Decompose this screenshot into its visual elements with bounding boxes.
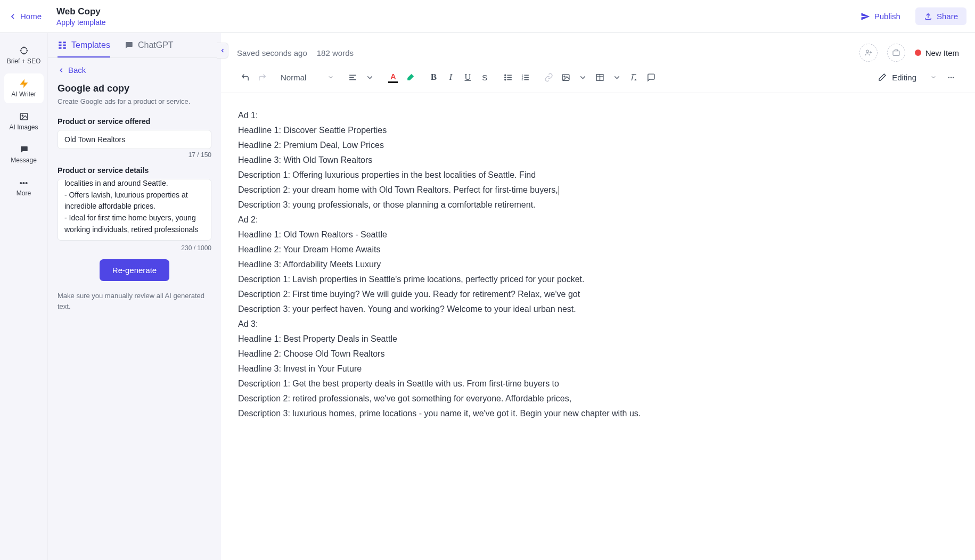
review-note: Make sure you manually review all AI gen…	[58, 291, 211, 311]
doc-line[interactable]: Ad 2:	[238, 212, 958, 227]
regenerate-button[interactable]: Re-generate	[100, 259, 169, 281]
image-insert-button[interactable]	[558, 69, 573, 85]
undo-button[interactable]	[237, 69, 253, 85]
panel-tabs: Templates ChatGPT	[48, 33, 221, 58]
chevron-down-icon	[365, 73, 374, 82]
doc-line[interactable]: Description 3: young professionals, or t…	[238, 197, 958, 212]
rail-label: AI Writer	[11, 90, 36, 98]
product-input[interactable]	[58, 130, 211, 149]
paragraph-style-select[interactable]: Normal	[277, 71, 337, 84]
doc-line[interactable]: Description 1: Lavish properties in Seat…	[238, 272, 958, 287]
status-indicator[interactable]: New Item	[915, 48, 959, 57]
rail-item-ai-writer[interactable]: AI Writer	[4, 73, 44, 103]
numbered-list-button[interactable]: 123	[517, 69, 533, 85]
table-dropdown[interactable]	[609, 69, 625, 85]
align-button[interactable]	[345, 69, 360, 85]
doc-line[interactable]: Ad 3:	[238, 317, 958, 332]
collapse-panel-button[interactable]	[217, 43, 228, 59]
panel-body: Back Google ad copy Create Google ads fo…	[48, 58, 221, 560]
svg-rect-14	[63, 47, 66, 49]
pencil-icon	[878, 73, 887, 81]
field-label-product: Product or service offered	[58, 117, 211, 126]
details-textarea[interactable]	[58, 179, 211, 241]
comment-button[interactable]	[643, 69, 659, 85]
target-icon	[19, 46, 29, 55]
chat-icon	[19, 145, 29, 154]
publish-button[interactable]: Publish	[861, 12, 900, 21]
back-button[interactable]: Back	[58, 65, 211, 75]
more-toolbar-button[interactable]: ···	[943, 69, 959, 85]
table-button[interactable]	[592, 69, 608, 85]
bold-button[interactable]: B	[425, 69, 441, 85]
italic-button[interactable]: I	[443, 69, 458, 85]
left-rail: Brief + SEO AI Writer AI Images Message …	[0, 33, 48, 560]
doc-line[interactable]: Headline 1: Discover Seattle Properties	[238, 123, 958, 138]
strikethrough-button[interactable]: S	[477, 69, 493, 85]
bullet-list-icon	[504, 73, 513, 82]
doc-line[interactable]: Headline 2: Your Dream Home Awaits	[238, 242, 958, 257]
svg-point-1	[21, 47, 27, 54]
text-color-button[interactable]: A	[385, 69, 401, 85]
doc-line[interactable]: Headline 1: Best Property Deals in Seatt…	[238, 332, 958, 347]
header: Home Web Copy Apply template Publish Sha…	[0, 0, 975, 33]
doc-line[interactable]: Description 1: Get the best property dea…	[238, 376, 958, 391]
doc-line[interactable]: Description 2: retired professionals, we…	[238, 391, 958, 406]
share-button[interactable]: Share	[915, 7, 966, 25]
image-dropdown[interactable]	[575, 69, 591, 85]
templates-panel: Templates ChatGPT Back Google ad copy Cr…	[48, 33, 221, 560]
user-plus-icon	[864, 48, 873, 57]
doc-line[interactable]: Description 3: your perfect haven. Young…	[238, 302, 958, 317]
page-title: Web Copy	[56, 6, 106, 17]
doc-line[interactable]: Description 1: Offering luxurious proper…	[238, 168, 958, 183]
doc-line[interactable]: Description 2: your dream home with Old …	[238, 183, 958, 197]
word-count: 182 words	[317, 48, 354, 57]
chevron-down-icon	[930, 74, 937, 80]
highlight-button[interactable]	[402, 69, 418, 85]
rail-item-brief-seo[interactable]: Brief + SEO	[4, 40, 44, 70]
apply-template-link[interactable]: Apply template	[56, 18, 106, 27]
doc-line[interactable]: Description 3: luxurious homes, prime lo…	[238, 406, 958, 421]
doc-line[interactable]: Ad 1:	[238, 108, 958, 123]
document-body[interactable]: Ad 1:Headline 1: Discover Seattle Proper…	[221, 93, 975, 560]
tab-templates[interactable]: Templates	[58, 40, 110, 57]
highlighter-icon	[406, 73, 415, 82]
svg-rect-11	[59, 45, 61, 46]
rail-item-more[interactable]: ••• More	[4, 172, 44, 202]
tab-chatgpt[interactable]: ChatGPT	[124, 40, 174, 57]
svg-rect-13	[59, 47, 61, 49]
share-label: Share	[937, 12, 958, 21]
svg-text:3: 3	[521, 78, 523, 81]
rail-item-ai-images[interactable]: AI Images	[4, 106, 44, 136]
briefcase-icon	[892, 48, 900, 57]
briefcase-button[interactable]	[887, 44, 905, 62]
doc-line[interactable]: Description 2: First time buying? We wil…	[238, 287, 958, 302]
product-counter: 17 / 150	[58, 151, 211, 159]
send-icon	[861, 12, 870, 21]
redo-button[interactable]	[254, 69, 270, 85]
rail-item-message[interactable]: Message	[4, 139, 44, 169]
doc-line[interactable]: Headline 3: Affordability Meets Luxury	[238, 257, 958, 272]
numbered-list-icon: 123	[521, 73, 530, 82]
editing-mode-select[interactable]: Editing	[878, 73, 937, 82]
home-button[interactable]: Home	[9, 12, 42, 21]
clear-format-button[interactable]	[626, 69, 642, 85]
svg-rect-9	[59, 42, 61, 43]
bullet-list-button[interactable]	[500, 69, 516, 85]
link-icon	[544, 73, 553, 82]
redo-icon	[258, 73, 267, 82]
svg-rect-12	[63, 45, 66, 46]
rail-label: More	[17, 190, 31, 197]
align-dropdown[interactable]	[362, 69, 378, 85]
underline-button[interactable]: U	[460, 69, 476, 85]
link-button[interactable]	[540, 69, 556, 85]
doc-line[interactable]: Headline 3: With Old Town Realtors	[238, 153, 958, 168]
add-user-button[interactable]	[859, 44, 878, 62]
doc-line[interactable]: Headline 3: Invest in Your Future	[238, 361, 958, 376]
undo-icon	[241, 73, 250, 82]
doc-line[interactable]: Headline 2: Premium Deal, Low Prices	[238, 138, 958, 153]
image-icon	[561, 73, 570, 82]
doc-line[interactable]: Headline 2: Choose Old Town Realtors	[238, 347, 958, 361]
doc-line[interactable]: Headline 1: Old Town Realtors - Seattle	[238, 227, 958, 242]
chevron-down-icon	[612, 73, 621, 82]
chevron-left-icon	[219, 47, 226, 54]
